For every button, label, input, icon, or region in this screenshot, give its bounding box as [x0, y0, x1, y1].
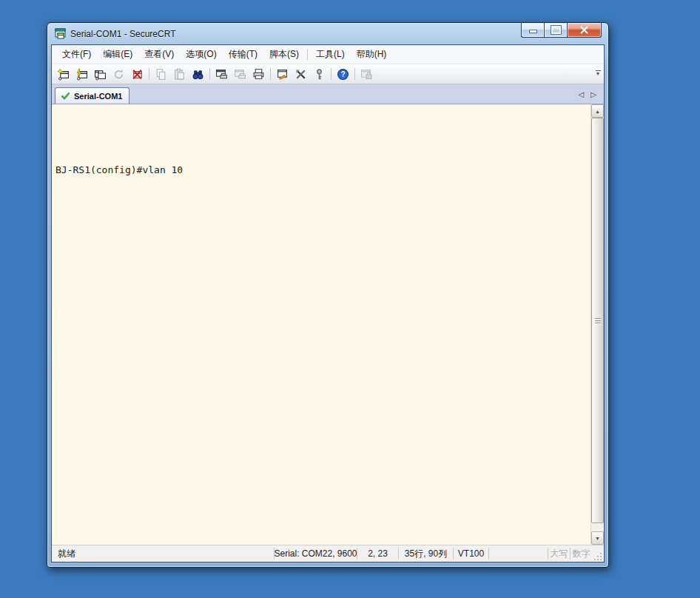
svg-text:?: ? — [340, 70, 345, 78]
tab-scroll-left-icon[interactable]: ◁ — [579, 90, 585, 98]
paste-icon — [173, 68, 186, 81]
scroll-down-button[interactable]: ▼ — [591, 531, 604, 545]
terminal-screen[interactable]: BJ-RS1(config)#vlan 10 — [52, 104, 590, 545]
connect-icon — [75, 68, 88, 81]
menu-view[interactable]: 查看(V) — [138, 45, 180, 64]
connect-button[interactable] — [73, 65, 91, 83]
print-selection-icon — [234, 68, 246, 81]
print-screen-icon — [215, 68, 228, 81]
menu-transfer[interactable]: 传输(T) — [223, 45, 263, 64]
keymap-button[interactable] — [310, 65, 329, 83]
window-title: Serial-COM1 - SecureCRT — [70, 29, 175, 39]
menu-script[interactable]: 脚本(S) — [263, 45, 305, 64]
securecrt-window: Serial-COM1 - SecureCRT 文件(F) 编辑(E) 查看(V… — [47, 22, 609, 568]
global-options-icon — [295, 68, 307, 81]
resize-grip-icon — [594, 552, 602, 560]
toolbar-separator — [354, 68, 355, 80]
copy-icon — [155, 68, 167, 81]
toolbar-separator — [331, 68, 332, 80]
status-screen-size: 35行, 90列 — [398, 548, 453, 560]
toolbar-separator — [209, 68, 210, 80]
status-serial-info: Serial: COM22, 9600 — [274, 548, 357, 560]
tab-bar: Serial-COM1 ◁ ▷ — [52, 84, 604, 104]
chevron-down-icon: ▼ — [596, 72, 601, 76]
help-icon: ? — [337, 68, 349, 81]
arrow-up-icon: ▲ — [595, 109, 600, 114]
terminal-line — [55, 129, 590, 141]
vertical-scrollbar[interactable]: ▲ ▼ — [590, 104, 604, 545]
close-icon — [579, 26, 589, 34]
scrollbar-thumb[interactable] — [591, 118, 604, 523]
reconnect-icon — [112, 68, 125, 81]
arrow-down-icon: ▼ — [595, 536, 600, 541]
tab-scroll-right-icon[interactable]: ▷ — [590, 90, 596, 98]
keymap-icon — [313, 68, 326, 81]
scrollbar-grip-icon — [595, 317, 601, 325]
print-icon — [252, 68, 265, 81]
disconnect-icon — [131, 68, 144, 81]
client-area: 文件(F) 编辑(E) 查看(V) 选项(O) 传输(T) 脚本(S) 工具(L… — [51, 44, 605, 562]
find-icon — [192, 68, 204, 81]
status-emulation: VT100 — [453, 548, 488, 560]
lock-session-button[interactable] — [357, 65, 376, 83]
toolbar-separator — [270, 68, 271, 80]
connect-in-tab-button[interactable] — [91, 65, 110, 83]
connected-check-icon — [61, 92, 70, 100]
menu-separator — [307, 49, 308, 60]
securecrt-app-icon — [55, 28, 67, 40]
menu-bar: 文件(F) 编辑(E) 查看(V) 选项(O) 传输(T) 脚本(S) 工具(L… — [52, 45, 604, 64]
menu-edit[interactable]: 编辑(E) — [97, 45, 138, 64]
tab-scroll-arrows: ◁ ▷ — [579, 84, 596, 104]
titlebar[interactable]: Serial-COM1 - SecureCRT — [47, 23, 608, 44]
toolbar-separator — [149, 68, 149, 80]
minimize-icon — [529, 30, 537, 33]
scrollbar-track[interactable] — [591, 118, 604, 531]
close-button[interactable] — [568, 22, 602, 38]
terminal-line: BJ-RS1(config)#vlan 10 — [55, 164, 590, 176]
menu-options[interactable]: 选项(O) — [180, 45, 222, 64]
minimize-button[interactable] — [521, 22, 544, 38]
window-controls — [521, 22, 602, 38]
quick-connect-icon — [57, 68, 70, 81]
status-caps-lock: 大写 — [548, 548, 570, 560]
menu-file[interactable]: 文件(F) — [56, 45, 97, 64]
connect-in-tab-icon — [94, 68, 107, 81]
tab-serial-com1[interactable]: Serial-COM1 — [55, 87, 129, 104]
menu-help[interactable]: 帮助(H) — [351, 45, 393, 64]
print-button[interactable] — [249, 65, 268, 83]
maximize-button[interactable] — [544, 22, 568, 38]
lock-session-icon — [360, 68, 373, 81]
disconnect-button[interactable] — [128, 65, 147, 83]
find-button[interactable] — [189, 65, 207, 83]
status-ready: 就绪 — [52, 548, 274, 560]
maximize-icon — [551, 26, 561, 34]
session-options-button[interactable] — [273, 65, 292, 83]
help-button[interactable]: ? — [334, 65, 352, 83]
status-bar: 就绪 Serial: COM22, 9600 2, 23 35行, 90列 VT… — [52, 545, 604, 562]
resize-grip[interactable] — [592, 545, 604, 562]
toolbar: ? ▼ — [52, 64, 604, 84]
toolbar-overflow-button[interactable]: ▼ — [593, 67, 602, 79]
print-screen-button[interactable] — [212, 65, 231, 83]
terminal-area: BJ-RS1(config)#vlan 10 ▲ ▼ — [52, 104, 604, 545]
session-options-icon — [276, 68, 289, 81]
print-selection-button[interactable] — [231, 65, 249, 83]
reconnect-button[interactable] — [110, 65, 128, 83]
tab-label: Serial-COM1 — [74, 92, 122, 101]
status-num-lock: 数字 — [570, 548, 592, 560]
status-blank-segment — [488, 548, 548, 560]
menu-tools[interactable]: 工具(L) — [310, 45, 351, 64]
scroll-up-button[interactable]: ▲ — [591, 104, 604, 118]
status-cursor-position: 2, 23 — [357, 548, 398, 560]
paste-button[interactable] — [170, 65, 189, 83]
global-options-button[interactable] — [292, 65, 310, 83]
copy-button[interactable] — [152, 65, 170, 83]
quick-connect-button[interactable] — [54, 65, 73, 83]
